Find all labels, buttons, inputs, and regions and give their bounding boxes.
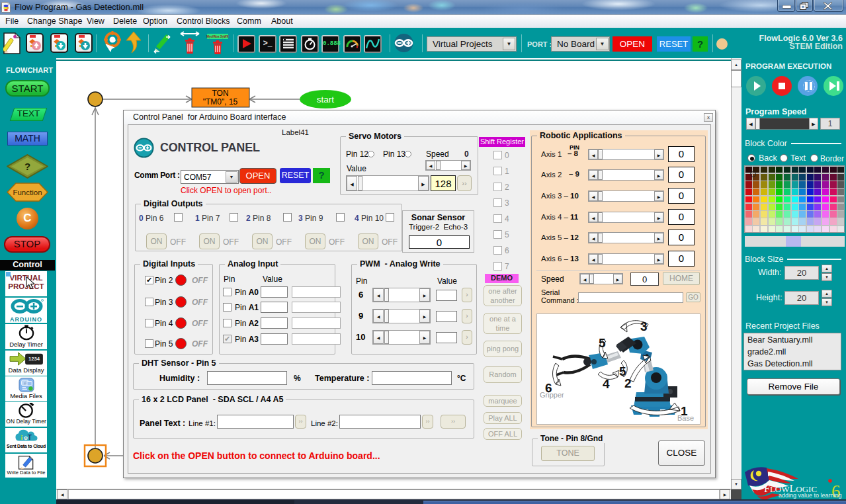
svg-text:3: 3 [640, 319, 648, 333]
svg-text:MyolWox SyWX: MyolWox SyWX [206, 35, 229, 38]
svg-text:adding value to learning: adding value to learning [779, 492, 842, 499]
svg-text:2: 2 [624, 376, 632, 390]
svg-text:T: T [27, 434, 32, 441]
svg-text:Gripper: Gripper [540, 391, 564, 399]
svg-text:♫: ♫ [23, 380, 26, 385]
svg-text:"TM0", 15: "TM0", 15 [203, 97, 238, 106]
svg-text:?: ? [24, 161, 30, 172]
svg-text:TON: TON [212, 89, 228, 98]
svg-text:start: start [317, 95, 335, 105]
svg-text:1234: 1234 [28, 356, 40, 362]
svg-text:i: i [21, 435, 22, 441]
svg-text:Base: Base [677, 414, 694, 422]
svg-text:4: 4 [603, 377, 610, 391]
svg-text:Function: Function [13, 189, 42, 196]
svg-text:5: 5 [599, 336, 606, 350]
